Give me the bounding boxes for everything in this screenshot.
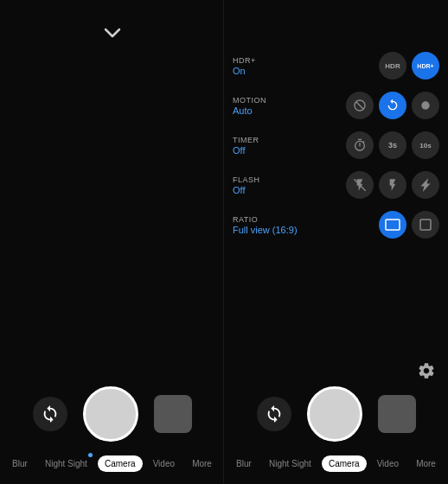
- settings-row-ratio: RATIO Full view (16:9): [233, 211, 439, 239]
- motion-on-button[interactable]: [412, 92, 439, 119]
- right-nav-item-blur[interactable]: Blur: [229, 455, 259, 472]
- right-nav-label-video: Video: [370, 455, 406, 472]
- right-nav-item-camera[interactable]: Camera: [322, 455, 367, 472]
- motion-icons: [346, 92, 439, 119]
- nav-label-more: More: [185, 455, 219, 472]
- right-shutter-button[interactable]: [307, 386, 362, 442]
- nav-label-blur: Blur: [5, 455, 35, 472]
- chevron-down-icon[interactable]: [104, 24, 121, 42]
- right-bottom-controls: Blur Night Sight Camera Video More: [224, 386, 448, 484]
- motion-auto-button[interactable]: [379, 92, 406, 119]
- right-flip-camera-button[interactable]: [257, 397, 291, 431]
- timer-label-group: TIMER Off: [233, 136, 293, 156]
- svg-point-0: [421, 101, 429, 109]
- night-sight-dot: [88, 453, 93, 457]
- right-camera-controls: [224, 386, 448, 442]
- preview-thumbnail[interactable]: [154, 395, 192, 433]
- ratio-value: Full view (16:9): [233, 225, 298, 235]
- hdr-label-group: HDR+ On: [233, 56, 293, 76]
- right-nav-label-camera: Camera: [322, 455, 367, 472]
- motion-label-group: MOTION Auto: [233, 96, 293, 116]
- hdr-value: On: [233, 66, 293, 76]
- left-camera-controls: [0, 386, 224, 442]
- left-bottom-controls: Blur Night Sight Camera Video More: [0, 386, 224, 484]
- right-preview-thumbnail[interactable]: [378, 395, 416, 433]
- right-nav-label-blur: Blur: [229, 455, 259, 472]
- settings-row-hdr: HDR+ On HDR HDR+: [233, 52, 439, 80]
- svg-rect-2: [386, 220, 400, 230]
- ratio-square-button[interactable]: [412, 211, 439, 239]
- timer-title: TIMER: [233, 136, 293, 144]
- left-panel: Blur Night Sight Camera Video More: [0, 0, 224, 484]
- timer-10s-button[interactable]: 10s: [412, 131, 439, 159]
- hdr-on-button[interactable]: HDR+: [412, 52, 439, 80]
- nav-label-night-sight: Night Sight: [38, 455, 94, 472]
- nav-item-video[interactable]: Video: [146, 455, 182, 472]
- ratio-label-group: RATIO Full view (16:9): [233, 215, 298, 235]
- settings-row-motion: MOTION Auto: [233, 92, 439, 119]
- left-bottom-nav: Blur Night Sight Camera Video More: [0, 452, 224, 477]
- shutter-button[interactable]: [83, 386, 138, 442]
- nav-label-video: Video: [146, 455, 182, 472]
- motion-value: Auto: [233, 105, 293, 116]
- settings-panel: HDR+ On HDR HDR+ MOTION Auto: [233, 52, 439, 251]
- ratio-title: RATIO: [233, 215, 298, 224]
- flip-camera-button[interactable]: [33, 397, 67, 431]
- flash-title: FLASH: [233, 175, 293, 184]
- hdr-icons: HDR HDR+: [379, 52, 439, 80]
- ratio-icons: [379, 211, 439, 239]
- motion-off-button[interactable]: [346, 92, 374, 119]
- flash-off-button[interactable]: [346, 171, 374, 199]
- timer-icons: 3s 10s: [346, 131, 439, 159]
- hdr-off-button[interactable]: HDR: [379, 52, 406, 80]
- right-panel: HDR+ On HDR HDR+ MOTION Auto: [224, 0, 448, 484]
- ratio-full-button[interactable]: [379, 211, 406, 239]
- flash-auto-button[interactable]: [379, 171, 406, 199]
- flash-icons: [346, 171, 439, 199]
- settings-row-flash: FLASH Off: [233, 171, 439, 199]
- timer-off-button[interactable]: [346, 131, 374, 159]
- nav-label-camera: Camera: [98, 455, 143, 472]
- nav-item-camera[interactable]: Camera: [98, 455, 143, 472]
- nav-item-blur[interactable]: Blur: [5, 455, 35, 472]
- right-nav-item-more[interactable]: More: [409, 455, 443, 472]
- right-bottom-nav: Blur Night Sight Camera Video More: [224, 452, 448, 477]
- right-nav-item-night-sight[interactable]: Night Sight: [262, 455, 318, 472]
- settings-gear-button[interactable]: [417, 361, 436, 385]
- nav-item-night-sight[interactable]: Night Sight: [38, 455, 94, 472]
- right-nav-label-night-sight: Night Sight: [262, 455, 318, 472]
- timer-value: Off: [233, 145, 293, 156]
- svg-rect-3: [420, 220, 431, 230]
- flash-value: Off: [233, 185, 293, 195]
- timer-3s-button[interactable]: 3s: [379, 131, 406, 159]
- right-nav-item-video[interactable]: Video: [370, 455, 406, 472]
- hdr-title: HDR+: [233, 56, 293, 65]
- nav-item-more[interactable]: More: [185, 455, 219, 472]
- flash-on-button[interactable]: [412, 171, 439, 199]
- right-nav-label-more: More: [409, 455, 443, 472]
- motion-title: MOTION: [233, 96, 293, 105]
- settings-row-timer: TIMER Off 3s 10s: [233, 131, 439, 159]
- flash-label-group: FLASH Off: [233, 175, 293, 195]
